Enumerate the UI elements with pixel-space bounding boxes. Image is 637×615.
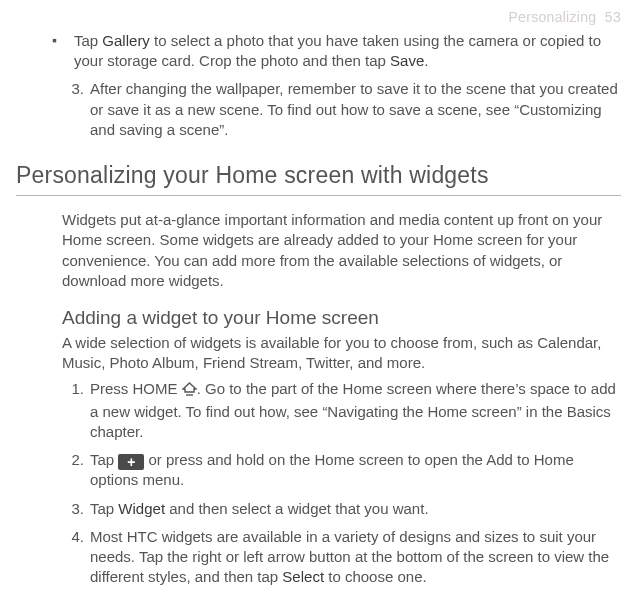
subsection-heading: Adding a widget to your Home screen	[62, 305, 621, 331]
bullet-text: Tap Gallery to select a photo that you h…	[74, 31, 621, 72]
text-fragment: or press and hold on the Home screen to …	[90, 451, 574, 488]
list-number: 3.	[62, 79, 84, 140]
list-number: 2.	[62, 450, 84, 491]
list-text: Press HOME . Go to the part of the Home …	[90, 379, 621, 442]
list-text: Tap + or press and hold on the Home scre…	[90, 450, 621, 491]
list-item: 3. After changing the wallpaper, remembe…	[62, 79, 621, 140]
gallery-label: Gallery	[102, 32, 150, 49]
page: Personalizing 53 ▪ Tap Gallery to select…	[0, 0, 637, 588]
running-head-page: 53	[605, 9, 621, 25]
section-heading: Personalizing your Home screen with widg…	[16, 160, 621, 191]
list-item: 3. Tap Widget and then select a widget t…	[62, 499, 621, 519]
bullet-marker: ▪	[52, 31, 74, 72]
text-fragment: to choose one.	[324, 568, 427, 585]
list-text: Tap Widget and then select a widget that…	[90, 499, 429, 519]
bullet-item: ▪ Tap Gallery to select a photo that you…	[52, 31, 621, 72]
select-label: Select	[282, 568, 324, 585]
list-number: 3.	[62, 499, 84, 519]
intro-paragraph: Widgets put at-a-glance important inform…	[62, 210, 621, 291]
list-number: 4.	[62, 527, 84, 588]
running-head-section: Personalizing	[508, 9, 596, 25]
list-item: 2. Tap + or press and hold on the Home s…	[62, 450, 621, 491]
list-number: 1.	[62, 379, 84, 442]
running-head: Personalizing 53	[16, 8, 621, 27]
text-fragment: Tap	[90, 500, 118, 517]
widget-label: Widget	[118, 500, 165, 517]
list-text: After changing the wallpaper, remember t…	[90, 79, 621, 140]
list-text: Most HTC widgets are available in a vari…	[90, 527, 621, 588]
text-fragment: .	[424, 52, 428, 69]
list-item: 4. Most HTC widgets are available in a v…	[62, 527, 621, 588]
text-fragment: and then select a widget that you want.	[165, 500, 429, 517]
list-item: 1. Press HOME . Go to the part of the Ho…	[62, 379, 621, 442]
text-fragment: to select a photo that you have taken us…	[74, 32, 601, 69]
save-label: Save	[390, 52, 424, 69]
heading-divider	[16, 195, 621, 196]
plus-icon: +	[118, 454, 144, 470]
numbered-continuation: 3. After changing the wallpaper, remembe…	[62, 79, 621, 140]
subsection-intro: A wide selection of widgets is available…	[62, 333, 621, 374]
home-icon	[182, 381, 197, 401]
text-fragment: Press HOME	[90, 380, 182, 397]
numbered-list: 1. Press HOME . Go to the part of the Ho…	[62, 379, 621, 587]
text-fragment: Tap	[74, 32, 102, 49]
text-fragment: Tap	[90, 451, 118, 468]
